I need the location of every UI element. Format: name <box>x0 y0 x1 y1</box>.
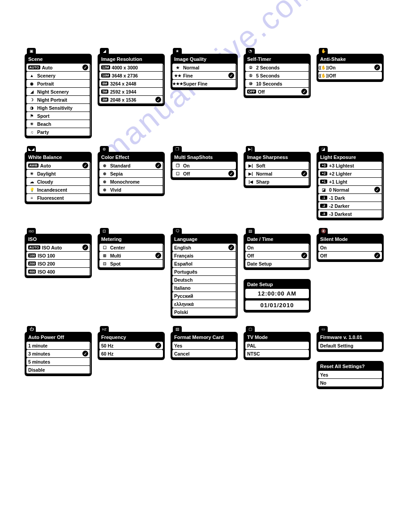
menu-item[interactable]: ②2 Seconds <box>245 64 309 71</box>
menu-item[interactable]: 5M2592 x 1944 <box>99 88 163 95</box>
menu-item[interactable]: 10M3648 x 2736 <box>99 72 163 79</box>
menu-item[interactable]: ⊛Sepia <box>99 170 163 177</box>
menu-item[interactable]: ☐Off✓ <box>172 170 236 177</box>
menu-item[interactable]: Polski <box>172 308 236 316</box>
menu-item[interactable]: English✓ <box>172 244 236 251</box>
menu-item[interactable]: ≡Fluorescent <box>26 194 90 202</box>
menu-item[interactable]: ★★Fine✓ <box>172 72 236 79</box>
menu-item[interactable]: PAL <box>245 342 309 349</box>
scrollbar[interactable] <box>308 245 310 267</box>
scrollbar[interactable] <box>163 245 164 267</box>
item-label: ISO 200 <box>38 261 88 266</box>
scrollbar[interactable] <box>235 245 237 316</box>
menu-item[interactable]: ▲Scenery <box>26 72 90 79</box>
menu-item[interactable]: ☀Daylight <box>26 170 90 177</box>
menu-item[interactable]: ◪0 Normal✓ <box>318 186 382 193</box>
menu-item[interactable]: ελληνικά <box>172 300 236 308</box>
menu-item[interactable]: On <box>245 244 309 251</box>
item-label: 2592 x 1944 <box>110 89 161 94</box>
date-value[interactable]: 01/01/2010 <box>245 300 309 310</box>
menu-item[interactable]: 400ISO 400 <box>26 268 90 275</box>
menu-item[interactable]: ◉Portrait <box>26 80 90 87</box>
menu-item[interactable]: 3 minutes✓ <box>26 350 90 357</box>
menu-item[interactable]: Off✓ <box>245 252 309 259</box>
menu-item[interactable]: AWBAuto✓ <box>26 162 90 169</box>
menu-item[interactable]: Date Setup <box>245 260 309 267</box>
menu-item[interactable]: 100ISO 100 <box>26 252 90 259</box>
scrollbar[interactable] <box>235 64 237 87</box>
menu-item[interactable]: ⑤5 Seconds <box>245 72 309 79</box>
menu-item[interactable]: ⊡Spot <box>99 260 163 267</box>
menu-item[interactable]: 8M3264 x 2448 <box>99 80 163 87</box>
menu-item[interactable]: ☁Cloudy <box>26 178 90 185</box>
scrollbar[interactable] <box>90 163 91 202</box>
menu-item[interactable]: ⊛Standard✓ <box>99 162 163 169</box>
menu-item[interactable]: NTSC <box>245 350 309 357</box>
menu-item[interactable]: Español <box>172 260 236 267</box>
item-label: On <box>247 245 307 250</box>
selected-check-icon: ✓ <box>301 89 307 94</box>
menu-item[interactable]: 12M4000 x 3000 <box>99 64 163 71</box>
menu-items: YesNo <box>318 371 382 387</box>
scrollbar[interactable] <box>381 163 383 218</box>
menu-item[interactable]: Deutsch <box>172 276 236 283</box>
scrollbar[interactable] <box>163 64 164 103</box>
menu-item[interactable]: ◑High Sensitivity <box>26 104 90 112</box>
menu-item[interactable]: Русский <box>172 292 236 300</box>
menu-item[interactable]: 50 Hz✓ <box>99 342 163 349</box>
menu-item[interactable]: ⚑Sport <box>26 112 90 120</box>
menu-item[interactable]: -1-1 Dark <box>318 194 382 202</box>
menu-item[interactable]: ☀Beach <box>26 120 90 128</box>
menu-item[interactable]: Italiano <box>172 284 236 292</box>
menu-item[interactable]: +3+3 Lightest <box>318 162 382 169</box>
menu-item[interactable]: ⑩10 Seconds <box>245 80 309 87</box>
menu-item[interactable]: ▶|Soft <box>245 162 309 169</box>
menu-item[interactable]: ★★★Super Fine <box>172 80 236 87</box>
menu-item[interactable]: ▶|Normal✓ <box>245 170 309 177</box>
scrollbar[interactable] <box>90 64 91 136</box>
menu-item[interactable]: On <box>318 244 382 251</box>
time-value[interactable]: 12:00:00 AM <box>245 289 309 298</box>
menu-item[interactable]: No <box>318 379 382 386</box>
menu-item[interactable]: 3M2048 x 1536✓ <box>99 96 163 103</box>
menu-item[interactable]: 💡Incandescent <box>26 186 90 193</box>
menu-item[interactable]: 5 minutes <box>26 358 90 365</box>
menu-item[interactable]: 60 Hz <box>99 350 163 357</box>
scrollbar[interactable] <box>90 343 91 373</box>
menu-item[interactable]: Cancel <box>172 350 236 357</box>
menu-item[interactable]: Yes <box>172 342 236 349</box>
menu-item[interactable]: ◢Night Scenery <box>26 88 90 95</box>
panel-sharpness: ▶|Image Sharpness▶|Soft▶|Normal✓|◀Sharp <box>244 152 311 188</box>
scrollbar[interactable] <box>308 64 310 95</box>
menu-item[interactable]: Off✓ <box>318 252 382 259</box>
menu-item[interactable]: Português <box>172 268 236 275</box>
menu-item[interactable]: AUTOISO Auto✓ <box>26 244 90 251</box>
menu-item[interactable]: ⊞Multi✓ <box>99 252 163 259</box>
menu-item[interactable]: ((✋))Off <box>318 72 382 79</box>
menu-item[interactable]: AUTOAuto✓ <box>26 64 90 71</box>
menu-item[interactable]: +1+1 Light <box>318 178 382 185</box>
menu-item[interactable]: -3-3 Darkest <box>318 210 382 218</box>
menu-item[interactable]: Disable <box>26 366 90 373</box>
menu-item[interactable]: -2-2 Darker <box>318 202 382 210</box>
menu-item[interactable]: ☽Night Portrait <box>26 96 90 103</box>
menu-item[interactable]: Français <box>172 252 236 259</box>
menu-item[interactable]: ⊛Vivid <box>99 186 163 193</box>
menu-item[interactable]: Default Setting <box>318 342 382 349</box>
menu-item[interactable]: ((✋))On✓ <box>318 64 382 71</box>
scrollbar[interactable] <box>90 245 91 275</box>
menu-item[interactable]: OFFOff✓ <box>245 88 309 95</box>
menu-item[interactable]: ❐On <box>172 162 236 169</box>
menu-item[interactable]: |◀Sharp <box>245 178 309 185</box>
menu-item[interactable]: ☐Center <box>99 244 163 251</box>
menu-item[interactable]: ⊛Monochrome <box>99 178 163 185</box>
menu-item[interactable]: Yes <box>318 371 382 378</box>
panel-color: ⊛Color Effect⊛Standard✓⊛Sepia⊛Monochrome… <box>98 152 165 196</box>
menu-item[interactable]: ★Normal <box>172 64 236 71</box>
menu-item[interactable]: +2+2 Lighter <box>318 170 382 177</box>
menu-item[interactable]: 1 minute <box>26 342 90 349</box>
scrollbar[interactable] <box>308 163 310 185</box>
menu-item[interactable]: 200ISO 200 <box>26 260 90 267</box>
scrollbar[interactable] <box>163 163 164 193</box>
menu-item[interactable]: ♫Party <box>26 128 90 136</box>
